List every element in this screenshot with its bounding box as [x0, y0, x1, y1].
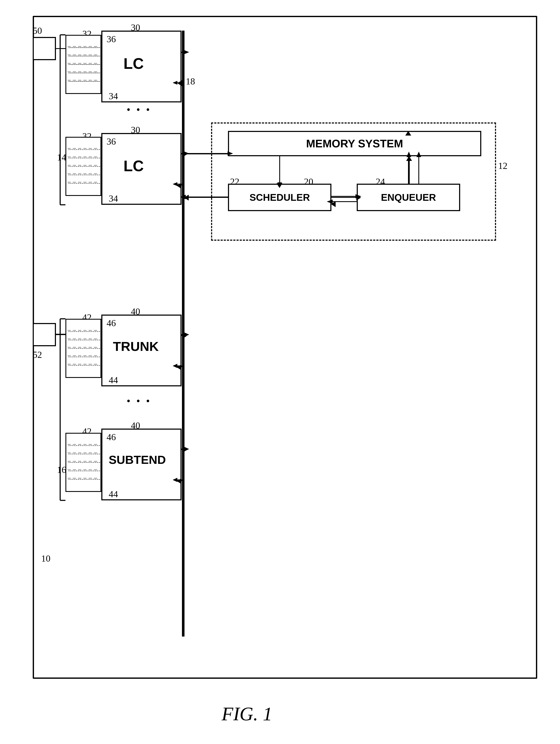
label-34a: 34: [109, 91, 118, 102]
enq-to-sched-arrow: [331, 201, 336, 207]
mem-to-sched-arrow: [276, 183, 283, 188]
subtend-label: SUBTEND: [109, 453, 166, 467]
subtend-box: 46 SUBTEND 44: [101, 429, 182, 500]
sched-out-line: [185, 197, 229, 198]
sched-enq-hline: [331, 197, 357, 198]
label-10: 10: [41, 553, 50, 564]
sched-out-arrow: [184, 195, 189, 200]
sched-to-enq-arrow: [356, 195, 361, 200]
trunk-in-arrow: [177, 364, 182, 370]
page: 30 36 LC 34 32 50 18 • • •: [0, 0, 560, 744]
trunk-label: TRUNK: [113, 339, 159, 354]
label-14: 14: [57, 152, 66, 163]
subtend-in-arrow: [177, 478, 182, 484]
fig-label: FIG. 1: [222, 703, 272, 725]
dots-lc: • • •: [127, 104, 152, 116]
device-52: [33, 323, 56, 346]
label-20: 20: [304, 176, 313, 187]
lca-to-bus-out: [182, 52, 183, 53]
line-50-conn-a: [56, 48, 66, 49]
lc-label-b: LC: [123, 157, 144, 175]
label-24: 24: [376, 176, 385, 187]
lcb-out-arrow: [182, 152, 187, 157]
label-52: 52: [33, 349, 42, 360]
label-22: 22: [230, 176, 239, 187]
memory-system-label: MEMORY SYSTEM: [306, 137, 403, 150]
trunk-box: 46 TRUNK 44: [101, 314, 182, 386]
enq-up-arrow: [406, 156, 412, 161]
lcb-to-mem-line: [182, 153, 228, 154]
subtend-out-arrow: [182, 447, 187, 453]
lca-in-line: [182, 82, 184, 83]
label-46b: 46: [107, 432, 116, 443]
dots-trunk: • • •: [127, 395, 152, 407]
label-36b: 36: [107, 136, 116, 147]
lc-label-a: LC: [123, 55, 144, 72]
label-36a: 36: [107, 34, 116, 44]
enqueuer-box: ENQUEUER: [357, 184, 460, 211]
label-46a: 46: [107, 318, 116, 329]
connector-b: [66, 137, 101, 196]
label-16: 16: [57, 464, 66, 475]
lc-box-a: 36 LC 34: [101, 31, 182, 102]
enqueuer-label: ENQUEUER: [381, 192, 436, 203]
lcb-in-arrow: [177, 183, 182, 189]
lc-box-b: 36 LC 34: [101, 133, 182, 205]
scheduler-label: SCHEDULER: [250, 192, 310, 203]
subtend-connector: [66, 433, 101, 492]
connector-a: [66, 35, 101, 94]
label-44b: 44: [109, 489, 118, 499]
label-18: 18: [186, 76, 195, 87]
mem-to-sched-line: [279, 156, 280, 184]
line-52-trunk: [56, 334, 66, 335]
memory-system-box: MEMORY SYSTEM: [228, 131, 481, 156]
trunk-out-arrow: [182, 333, 187, 339]
label-34b: 34: [109, 193, 118, 204]
label-12: 12: [498, 160, 508, 171]
label-50: 50: [33, 25, 42, 36]
trunk-connector: [66, 319, 101, 378]
lca-in-arrow: [177, 80, 182, 86]
device-50: [33, 37, 56, 60]
label-44a: 44: [109, 375, 118, 385]
mem-to-enq-arrow: [405, 131, 411, 136]
